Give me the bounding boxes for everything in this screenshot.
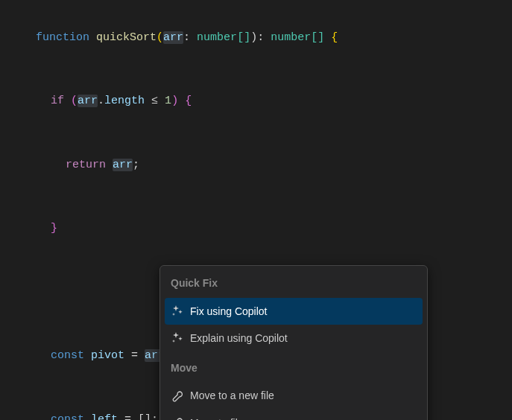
sparkle-icon xyxy=(171,305,184,318)
quick-fix-menu: Quick Fix Fix using Copilot Explain usin… xyxy=(159,265,428,420)
menu-item-explain-copilot[interactable]: Explain using Copilot xyxy=(165,325,423,352)
menu-item-move-file[interactable]: Move to file xyxy=(165,410,423,420)
code-line[interactable]: } xyxy=(6,197,512,261)
wrench-icon xyxy=(171,389,184,403)
menu-section-header: Move xyxy=(165,355,423,383)
menu-item-label: Fix using Copilot xyxy=(190,302,268,322)
menu-item-move-new-file[interactable]: Move to a new file xyxy=(165,382,423,410)
param-arr: arr xyxy=(163,31,183,44)
code-line[interactable]: function quickSort(arr: number[]): numbe… xyxy=(6,6,512,70)
keyword: function xyxy=(36,31,89,44)
code-line[interactable]: return arr; xyxy=(6,133,512,197)
wrench-icon xyxy=(171,416,184,420)
menu-item-label: Move to file xyxy=(190,413,244,420)
menu-section-header: Quick Fix xyxy=(165,270,423,298)
code-line[interactable]: if (arr.length ≤ 1) { xyxy=(6,70,512,134)
function-name: quickSort xyxy=(96,31,157,44)
menu-item-label: Explain using Copilot xyxy=(190,328,288,349)
menu-item-label: Move to a new file xyxy=(190,386,274,406)
menu-item-fix-copilot[interactable]: Fix using Copilot xyxy=(165,298,423,325)
sparkle-icon xyxy=(171,331,184,345)
